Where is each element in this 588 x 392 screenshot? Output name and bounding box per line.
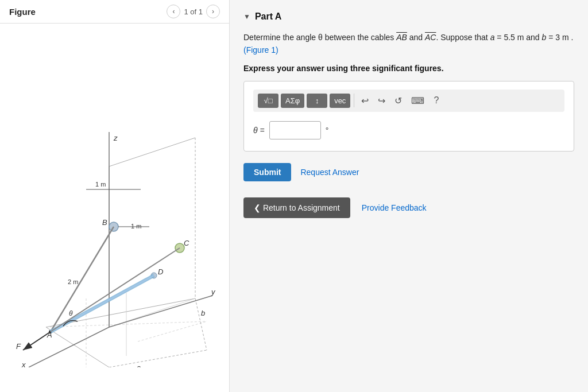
svg-text:z: z [113, 134, 118, 142]
svg-text:θ: θ [69, 309, 73, 317]
keyboard-button[interactable]: ⌨ [408, 93, 428, 108]
theta-label: θ = [253, 126, 265, 135]
fraction-button[interactable]: ↕ [307, 94, 327, 108]
express-label: Express your answer using three signific… [243, 64, 574, 73]
answer-input[interactable] [269, 121, 321, 139]
redo-button[interactable]: ↪ [374, 93, 389, 108]
svg-text:b: b [201, 309, 205, 317]
provide-feedback-link[interactable]: Provide Feedback [362, 203, 427, 212]
left-panel: Figure ‹ 1 of 1 › [0, 0, 230, 392]
toolbar-separator [354, 94, 354, 107]
return-assignment-button[interactable]: ❮ Return to Assignment [243, 197, 350, 218]
svg-text:1 m: 1 m [95, 181, 106, 188]
greek-button[interactable]: ΑΣφ [281, 94, 304, 108]
problem-text: Determine the angle θ between the cables… [243, 31, 574, 57]
help-button[interactable]: ? [430, 93, 442, 108]
svg-text:1 m: 1 m [131, 223, 141, 230]
submit-row: Submit Request Answer [243, 163, 574, 181]
svg-text:D: D [158, 267, 163, 276]
bottom-row: ❮ Return to Assignment Provide Feedback [243, 197, 574, 218]
svg-text:C: C [184, 239, 189, 247]
next-figure-button[interactable]: › [206, 5, 220, 18]
part-title: Part A [255, 11, 282, 22]
figure-title: Figure [9, 7, 36, 17]
svg-text:a: a [137, 363, 141, 367]
cable-ac: AC [425, 33, 436, 42]
figure-header: Figure ‹ 1 of 1 › [0, 0, 229, 24]
refresh-button[interactable]: ↺ [391, 93, 405, 108]
right-panel: ▼ Part A Determine the angle θ between t… [230, 0, 588, 392]
figure-svg: z y x A B C D [11, 46, 218, 367]
math-toolbar: √□ ΑΣφ ↕ vec ↩ ↪ ↺ ⌨ [253, 90, 564, 112]
svg-text:F: F [16, 342, 21, 351]
request-answer-link[interactable]: Request Answer [300, 168, 359, 177]
submit-button[interactable]: Submit [243, 163, 291, 181]
figure-content: z y x A B C D [0, 24, 229, 390]
svg-text:2 m: 2 m [68, 278, 78, 285]
input-row: θ = ° [253, 121, 564, 139]
sqrt-button[interactable]: √□ [258, 94, 278, 108]
vec-button[interactable]: vec [330, 94, 350, 108]
part-header: ▼ Part A [243, 11, 574, 22]
figure-counter: 1 of 1 [184, 7, 203, 16]
figure-link[interactable]: (Figure 1) [243, 45, 278, 55]
svg-text:B: B [102, 218, 107, 227]
figure-nav: ‹ 1 of 1 › [167, 5, 220, 18]
undo-button[interactable]: ↩ [358, 93, 372, 108]
answer-box: √□ ΑΣφ ↕ vec ↩ ↪ ↺ ⌨ [243, 81, 574, 152]
prev-figure-button[interactable]: ‹ [167, 5, 180, 18]
svg-text:x: x [21, 360, 26, 367]
degree-symbol: ° [326, 126, 329, 135]
cable-ab: AB [396, 33, 407, 42]
svg-rect-0 [11, 46, 218, 367]
collapse-arrow-icon[interactable]: ▼ [243, 13, 250, 21]
